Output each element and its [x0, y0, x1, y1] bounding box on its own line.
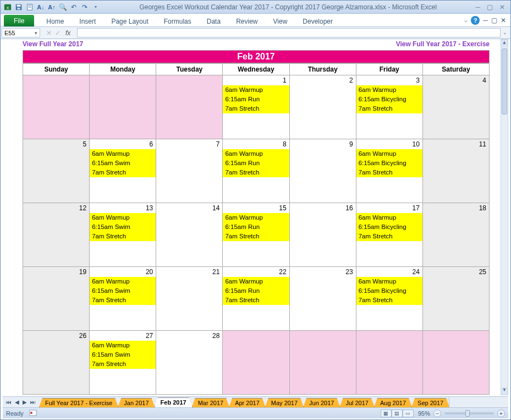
calendar-cell[interactable]: 4 — [422, 75, 489, 139]
link-full-year[interactable]: View Full Year 2017 — [23, 40, 83, 48]
scroll-down-icon[interactable]: ▼ — [501, 387, 508, 395]
calendar-cell[interactable]: 5 — [23, 139, 90, 203]
calendar-cell[interactable] — [422, 331, 489, 395]
view-layout-icon[interactable]: ▤ — [392, 410, 403, 417]
help-icon[interactable]: ? — [471, 16, 480, 25]
link-full-year-exercise[interactable]: View Full Year 2017 - Exercise — [396, 40, 490, 48]
event-item: 7am Stretch — [356, 168, 422, 177]
calendar-cell[interactable]: 156am Warmup6:15am Run7am Stretch — [223, 203, 289, 267]
calendar-cell[interactable]: 28 — [156, 331, 223, 395]
formula-input[interactable] — [77, 28, 501, 37]
scroll-up-icon[interactable]: ▲ — [501, 40, 508, 47]
calendar-cell[interactable]: 7 — [156, 139, 223, 203]
ribbon-tab-formulas[interactable]: Formulas — [156, 14, 199, 26]
find-icon[interactable]: 🔍 — [58, 2, 68, 12]
calendar-cell[interactable] — [223, 331, 289, 395]
calendar-cell[interactable] — [90, 75, 156, 139]
maximize-button[interactable]: ▢ — [487, 3, 493, 11]
zoom-level[interactable]: 95% — [418, 410, 430, 417]
sheet-tab[interactable]: Sep 2017 — [411, 398, 449, 407]
fx-label[interactable]: fx — [62, 29, 74, 37]
zoom-out-button[interactable]: − — [433, 410, 441, 417]
calendar-cell[interactable] — [23, 75, 90, 139]
horizontal-scrollbar[interactable] — [449, 397, 508, 407]
event-item: 6am Warmup — [90, 277, 156, 286]
sheet-tab[interactable]: Mar 2017 — [192, 398, 229, 407]
calendar-cell[interactable]: 36am Warmup6:15am Bicycling7am Stretch — [356, 75, 422, 139]
sheet-tab[interactable]: Full Year 2017 - Exercise — [39, 398, 118, 407]
vertical-scrollbar[interactable]: ▲ ▼ — [501, 39, 508, 395]
calendar-cell[interactable]: 16am Warmup6:15am Run7am Stretch — [223, 75, 289, 139]
sort-asc-icon[interactable]: A↓ — [36, 2, 46, 12]
calendar-cell[interactable]: 26 — [23, 331, 90, 395]
undo-icon[interactable]: ↶ — [69, 2, 79, 12]
redo-icon[interactable]: ↷ — [80, 2, 90, 12]
calendar-cell[interactable]: 9 — [289, 139, 356, 203]
close-button[interactable]: ✕ — [499, 3, 505, 11]
sheet-tab[interactable]: Jun 2017 — [303, 398, 340, 407]
calendar-cell[interactable]: 136am Warmup6:15am Swim7am Stretch — [90, 203, 156, 267]
sheet-tab[interactable]: Aug 2017 — [374, 398, 412, 407]
sheet-tab[interactable]: Jan 2017 — [118, 398, 155, 407]
ribbon-tab-page-layout[interactable]: Page Layout — [103, 14, 156, 26]
calendar-cell[interactable]: 276am Warmup6:15am Swim7am Stretch — [90, 331, 156, 395]
calendar-cell[interactable]: 23 — [289, 267, 356, 331]
formula-expand-icon[interactable]: ⌄ — [503, 27, 507, 35]
qat-dropdown-icon[interactable]: ▾ — [91, 2, 101, 12]
zoom-slider-thumb[interactable] — [465, 410, 470, 417]
sheet-nav-next-icon[interactable]: ▶ — [21, 399, 28, 405]
calendar-cell[interactable]: 66am Warmup6:15am Swim7am Stretch — [90, 139, 156, 203]
sheet-tab[interactable]: Jul 2017 — [339, 398, 375, 407]
calendar-cell[interactable]: 18 — [422, 203, 489, 267]
calendar-cell[interactable] — [156, 75, 223, 139]
calendar-cell[interactable]: 21 — [156, 267, 223, 331]
calendar-cell[interactable]: 12 — [23, 203, 90, 267]
calendar-cell[interactable]: 19 — [23, 267, 90, 331]
calendar-cell[interactable]: 11 — [422, 139, 489, 203]
calendar-cell[interactable]: 25 — [422, 267, 489, 331]
sheet-nav-prev-icon[interactable]: ◀ — [14, 399, 20, 405]
ribbon-tab-insert[interactable]: Insert — [72, 14, 103, 26]
calendar-cell[interactable] — [356, 331, 422, 395]
calendar-cell[interactable]: 2 — [289, 75, 356, 139]
file-tab[interactable]: File — [4, 15, 34, 26]
name-box[interactable]: E55 ▾ — [2, 28, 40, 37]
ribbon-tab-home[interactable]: Home — [39, 14, 72, 26]
ribbon-min-caret-icon[interactable]: ⌵ — [464, 17, 468, 23]
ribbon-tab-data[interactable]: Data — [199, 14, 228, 26]
calendar-cell[interactable]: 176am Warmup6:15am Bicycling7am Stretch — [356, 203, 422, 267]
fx-cancel-icon[interactable]: ✕ — [45, 29, 53, 37]
calendar-cell[interactable]: 106am Warmup6:15am Bicycling7am Stretch — [356, 139, 422, 203]
save-icon[interactable] — [14, 2, 24, 12]
calendar-cell[interactable]: 246am Warmup6:15am Bicycling7am Stretch — [356, 267, 422, 331]
view-pagebreak-icon[interactable]: ▭ — [403, 410, 414, 417]
sheet-tab[interactable]: Apr 2017 — [229, 398, 266, 407]
print-preview-icon[interactable] — [25, 2, 35, 12]
sheet-tab[interactable]: May 2017 — [265, 398, 304, 407]
quick-access-toolbar: X A↓ A↑ 🔍 ↶ ↷ ▾ — [3, 2, 101, 12]
calendar-cell[interactable]: 86am Warmup6:15am Run7am Stretch — [223, 139, 289, 203]
calendar-cell[interactable]: 14 — [156, 203, 223, 267]
calendar-cell[interactable]: 206am Warmup6:15am Swim7am Stretch — [90, 267, 156, 331]
macro-record-icon[interactable] — [29, 410, 37, 417]
minimize-button[interactable]: ─ — [475, 3, 480, 11]
zoom-in-button[interactable]: + — [497, 410, 505, 417]
view-normal-icon[interactable]: ▦ — [381, 410, 392, 417]
name-box-dropdown-icon[interactable]: ▾ — [35, 30, 37, 36]
sheet-nav-first-icon[interactable]: ⏮ — [5, 399, 13, 405]
calendar-cell[interactable]: 16 — [289, 203, 356, 267]
workbook-minimize-icon[interactable]: ─ — [483, 17, 488, 24]
ribbon-tab-review[interactable]: Review — [228, 14, 265, 26]
ribbon-tab-view[interactable]: View — [266, 14, 295, 26]
calendar-cell[interactable] — [289, 331, 356, 395]
ribbon-tab-developer[interactable]: Developer — [295, 14, 340, 26]
zoom-slider[interactable] — [444, 412, 494, 414]
sheet-tab[interactable]: Feb 2017 — [155, 397, 193, 407]
workbook-restore-icon[interactable]: ▢ — [491, 17, 497, 24]
sheet-nav-last-icon[interactable]: ⏭ — [29, 399, 37, 405]
calendar-cell[interactable]: 226am Warmup6:15am Run7am Stretch — [223, 267, 289, 331]
workbook-close-icon[interactable]: ✕ — [501, 17, 506, 24]
fx-enter-icon[interactable]: ✓ — [53, 29, 62, 37]
scroll-thumb[interactable] — [502, 48, 507, 114]
sort-desc-icon[interactable]: A↑ — [47, 2, 57, 12]
